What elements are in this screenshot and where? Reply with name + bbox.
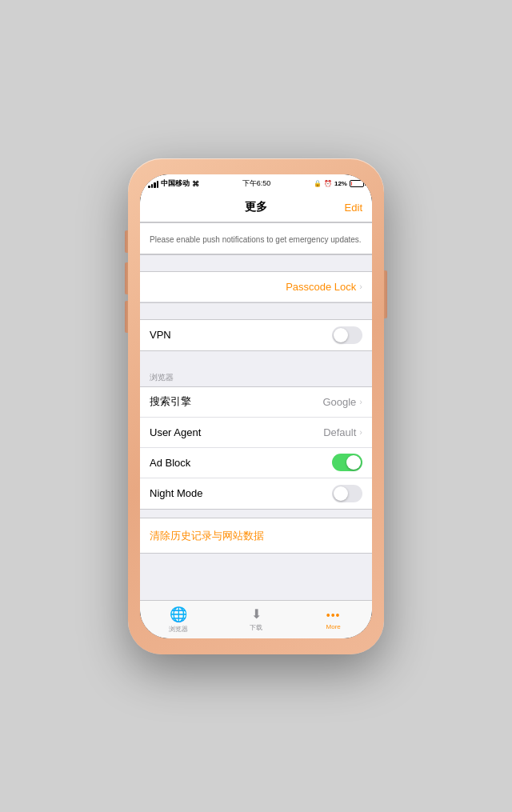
lock-icon: 🔒 [314, 180, 322, 187]
passcode-chevron: › [359, 282, 362, 291]
user-agent-row[interactable]: User Agent Default › [140, 418, 372, 448]
tab-more[interactable]: ••• More [294, 609, 372, 630]
downloads-tab-icon: ⬇ [251, 606, 262, 622]
content-area: Please enable push notifications to get … [140, 222, 372, 600]
tab-bar: 🌐 浏览器 ⬇ 下载 ••• More [140, 600, 372, 638]
signal-icon [148, 180, 158, 188]
edit-button[interactable]: Edit [345, 202, 362, 214]
night-mode-label: Night Mode [150, 487, 202, 499]
spacer-4 [140, 510, 372, 518]
ad-block-toggle-thumb [346, 455, 361, 470]
browser-section: 搜索引擎 Google › User Agent Default › [140, 386, 372, 510]
volume-down-button[interactable] [125, 301, 128, 333]
browser-section-header: 浏览器 [140, 367, 372, 386]
more-tab-icon: ••• [326, 609, 341, 622]
spacer-3 [140, 351, 372, 367]
ad-block-toggle[interactable] [332, 454, 362, 471]
ad-block-label: Ad Block [150, 457, 190, 469]
battery-icon [350, 180, 364, 187]
tab-downloads[interactable]: ⬇ 下载 [218, 606, 295, 632]
vpn-toggle-thumb [334, 328, 348, 342]
alarm-icon: ⏰ [324, 180, 332, 187]
status-bar: 中国移动 ⌘ 下午6:50 🔒 ⏰ 12% [140, 174, 372, 194]
passcode-label: Passcode Lock › [286, 281, 362, 293]
browser-tab-label: 浏览器 [169, 625, 188, 634]
phone-screen: 中国移动 ⌘ 下午6:50 🔒 ⏰ 12% 更多 Edit [140, 174, 372, 638]
ad-block-row: Ad Block [140, 448, 372, 478]
vpn-row: VPN [140, 320, 372, 350]
night-mode-toggle[interactable] [332, 485, 362, 502]
search-engine-row[interactable]: 搜索引擎 Google › [140, 387, 372, 418]
tab-browser[interactable]: 🌐 浏览器 [140, 606, 218, 634]
mute-button[interactable] [125, 230, 128, 253]
user-agent-label: User Agent [150, 426, 201, 438]
clear-history-label: 清除历史记录与网站数据 [150, 530, 264, 542]
vpn-section: VPN [140, 319, 372, 351]
spacer-1 [140, 255, 372, 271]
battery-fill [351, 182, 352, 186]
notification-banner: Please enable push notifications to get … [140, 223, 372, 254]
search-engine-value: Google › [322, 396, 362, 408]
phone-frame: 中国移动 ⌘ 下午6:50 🔒 ⏰ 12% 更多 Edit [128, 158, 384, 654]
spacer-2 [140, 303, 372, 319]
night-mode-row: Night Mode [140, 478, 372, 509]
vpn-label: VPN [150, 329, 171, 341]
browser-tab-icon: 🌐 [170, 606, 187, 623]
power-button[interactable] [384, 270, 387, 318]
notification-section: Please enable push notifications to get … [140, 222, 372, 255]
passcode-section: Passcode Lock › [140, 271, 372, 303]
search-engine-label: 搜索引擎 [150, 394, 191, 409]
downloads-tab-label: 下载 [250, 623, 262, 632]
carrier-label: 中国移动 [161, 178, 190, 189]
more-tab-label: More [326, 623, 341, 630]
search-engine-chevron: › [359, 397, 362, 406]
phone-screen-container: 中国移动 ⌘ 下午6:50 🔒 ⏰ 12% 更多 Edit [140, 174, 372, 638]
status-left: 中国移动 ⌘ [148, 178, 199, 189]
passcode-row[interactable]: Passcode Lock › [140, 272, 372, 302]
spacer-5 [140, 554, 372, 570]
volume-up-button[interactable] [125, 262, 128, 294]
status-right: 🔒 ⏰ 12% [314, 180, 364, 187]
night-mode-toggle-thumb [334, 486, 348, 501]
wifi-icon: ⌘ [192, 180, 199, 188]
user-agent-value: Default › [323, 426, 362, 438]
status-time: 下午6:50 [242, 178, 271, 189]
vpn-toggle[interactable] [332, 326, 362, 344]
battery-percent: 12% [334, 180, 347, 187]
user-agent-chevron: › [359, 427, 362, 437]
clear-history-section[interactable]: 清除历史记录与网站数据 [140, 518, 372, 554]
page-title: 更多 [245, 200, 267, 214]
notification-text: Please enable push notifications to get … [150, 235, 362, 244]
nav-bar: 更多 Edit [140, 194, 372, 222]
